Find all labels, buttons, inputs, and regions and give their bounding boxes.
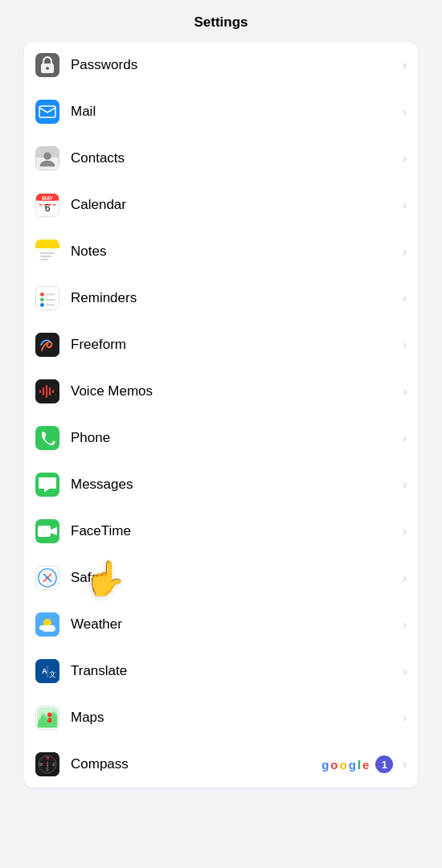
settings-row-weather[interactable]: Weather › xyxy=(24,601,418,648)
label-passwords: Passwords xyxy=(71,57,398,73)
svg-text:文: 文 xyxy=(49,670,56,678)
svg-point-1 xyxy=(46,67,49,70)
svg-rect-33 xyxy=(39,390,41,393)
chevron-mail: › xyxy=(403,105,407,118)
label-notes: Notes xyxy=(71,244,398,260)
label-safari: Safari xyxy=(71,570,398,586)
svg-point-51 xyxy=(47,712,52,717)
svg-rect-14 xyxy=(43,204,47,205)
settings-row-facetime[interactable]: FaceTime › xyxy=(24,508,418,555)
chevron-messages: › xyxy=(403,478,407,491)
app-icon-voicememos xyxy=(35,379,59,403)
svg-rect-37 xyxy=(52,390,54,393)
settings-row-passwords[interactable]: Passwords › xyxy=(24,42,418,88)
svg-rect-22 xyxy=(40,256,51,257)
app-icon-messages xyxy=(35,473,59,497)
chevron-translate: › xyxy=(403,665,407,678)
settings-row-contacts[interactable]: Contacts › xyxy=(24,135,418,182)
chevron-weather: › xyxy=(403,618,407,631)
chevron-notes: › xyxy=(403,245,407,258)
svg-rect-24 xyxy=(36,287,59,309)
svg-rect-16 xyxy=(53,204,56,205)
chevron-phone: › xyxy=(403,432,407,444)
app-icon-facetime xyxy=(35,519,59,543)
label-messages: Messages xyxy=(71,477,398,493)
settings-row-calendar[interactable]: MAY 6 Calendar › xyxy=(24,182,418,228)
settings-row-translate[interactable]: A 文 Translate › xyxy=(24,648,418,694)
app-icon-passwords xyxy=(35,53,59,77)
svg-text:A: A xyxy=(42,667,47,675)
app-icon-translate: A 文 xyxy=(35,659,59,683)
svg-rect-19 xyxy=(35,248,59,252)
svg-rect-13 xyxy=(39,204,43,205)
svg-rect-28 xyxy=(46,299,55,301)
chevron-reminders: › xyxy=(403,292,407,305)
label-freeform: Freeform xyxy=(71,337,398,353)
label-maps: Maps xyxy=(71,710,398,726)
svg-rect-26 xyxy=(46,293,55,295)
svg-rect-36 xyxy=(49,387,51,395)
app-icon-maps xyxy=(35,706,59,730)
app-icon-freeform xyxy=(35,333,59,357)
svg-point-25 xyxy=(40,293,44,297)
svg-rect-21 xyxy=(40,252,55,254)
svg-rect-38 xyxy=(38,526,51,537)
app-icon-safari xyxy=(35,566,59,590)
notification-badge: 1 xyxy=(375,755,393,773)
label-reminders: Reminders xyxy=(71,290,398,306)
app-icon-calendar: MAY 6 xyxy=(35,193,59,217)
label-compass: Compass xyxy=(71,756,321,772)
svg-text:W: W xyxy=(39,762,43,767)
settings-row-voicememos[interactable]: Voice Memos › xyxy=(24,368,418,415)
chevron-safari: › xyxy=(403,571,407,584)
settings-row-notes[interactable]: Notes › xyxy=(24,228,418,275)
app-icon-notes xyxy=(35,240,59,264)
label-translate: Translate xyxy=(71,663,398,679)
settings-list: Passwords › Mail › Contacts › xyxy=(24,42,418,788)
svg-rect-15 xyxy=(48,204,51,205)
svg-rect-34 xyxy=(43,387,44,395)
settings-row-safari[interactable]: Safari › xyxy=(24,555,418,601)
settings-row-phone[interactable]: Phone › xyxy=(24,415,418,461)
app-icon-phone xyxy=(35,426,59,450)
label-weather: Weather xyxy=(71,616,398,633)
svg-rect-23 xyxy=(40,259,48,260)
label-contacts: Contacts xyxy=(71,150,398,166)
svg-point-27 xyxy=(40,298,44,302)
settings-row-messages[interactable]: Messages › xyxy=(24,461,418,508)
settings-row-compass[interactable]: N S W E Compass google 1 › xyxy=(24,741,418,788)
app-icon-reminders xyxy=(35,286,59,310)
label-voicememos: Voice Memos xyxy=(71,383,398,399)
svg-rect-30 xyxy=(46,304,55,305)
chevron-facetime: › xyxy=(403,525,407,538)
svg-rect-2 xyxy=(39,106,55,117)
svg-text:MAY: MAY xyxy=(42,195,54,201)
label-calendar: Calendar xyxy=(71,197,398,213)
compass-extras: google 1 xyxy=(321,755,393,773)
settings-row-maps[interactable]: Maps › xyxy=(24,694,418,741)
chevron-passwords: › xyxy=(403,59,407,72)
label-phone: Phone xyxy=(71,430,398,446)
svg-text:N: N xyxy=(46,755,49,760)
svg-point-6 xyxy=(43,153,51,160)
chevron-freeform: › xyxy=(403,338,407,351)
chevron-maps: › xyxy=(403,711,407,724)
google-maps-badge: google xyxy=(321,758,369,772)
gm-go-text: g xyxy=(321,758,329,772)
svg-point-29 xyxy=(40,303,44,307)
chevron-compass: › xyxy=(403,758,407,771)
label-facetime: FaceTime xyxy=(71,523,398,539)
settings-row-mail[interactable]: Mail › xyxy=(24,88,418,135)
app-icon-compass: N S W E xyxy=(35,752,59,776)
svg-rect-35 xyxy=(46,385,47,398)
app-icon-weather xyxy=(35,612,59,637)
chevron-contacts: › xyxy=(403,152,407,165)
page-title: Settings xyxy=(0,0,442,42)
app-icon-contacts xyxy=(35,146,59,170)
chevron-calendar: › xyxy=(403,199,407,211)
settings-row-reminders[interactable]: Reminders › xyxy=(24,275,418,321)
app-icon-mail xyxy=(35,100,59,124)
settings-row-freeform[interactable]: Freeform › xyxy=(24,321,418,368)
chevron-voicememos: › xyxy=(403,385,407,398)
label-mail: Mail xyxy=(71,104,398,120)
